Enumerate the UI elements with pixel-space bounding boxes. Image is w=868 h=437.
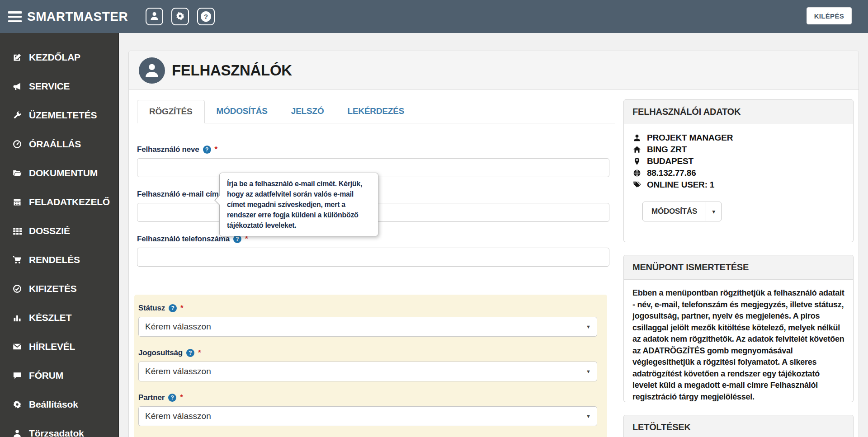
gauge-icon <box>12 139 22 149</box>
top-header: SMARTMASTER ? KILÉPÉS <box>0 0 868 33</box>
online-users-text: ONLINE USER: 1 <box>647 180 714 190</box>
users-avatar-icon <box>139 57 165 84</box>
caret-down-icon[interactable]: ▾ <box>706 202 721 221</box>
sidebar: KEZDŐLAP SERVICE ÜZEMELTETÉS ÓRAÁLLÁS DO… <box>0 33 119 437</box>
wrench-icon <box>12 110 22 120</box>
highlighted-select-section: Státusz ? * Kérem válasszon ▼ Jogosultsá… <box>134 295 607 437</box>
user-data-row: PROJEKT MANAGER <box>632 132 844 144</box>
permission-help-icon[interactable]: ? <box>186 349 194 357</box>
user-icon <box>150 11 159 22</box>
status-select[interactable]: Kérem válasszon ▼ <box>138 317 597 337</box>
app-brand: SMARTMASTER <box>27 0 128 33</box>
user-icon <box>632 134 641 142</box>
right-column: FELHASZNÁLÓI ADATOK PROJEKT MANAGER BING… <box>623 99 854 437</box>
downloads-panel: LETÖLTÉSEK <box>623 415 854 437</box>
help-button[interactable]: ? <box>197 8 215 25</box>
sidebar-item-torzsadatok[interactable]: Törzsadatok <box>0 419 118 437</box>
partner-help-icon[interactable]: ? <box>168 394 176 402</box>
sidebar-item-beallitasok[interactable]: Beállítások <box>0 390 118 419</box>
profile-button[interactable] <box>146 8 163 25</box>
bar-chart-icon <box>12 313 22 323</box>
grid-icon <box>12 226 22 236</box>
modify-button-label[interactable]: MÓDOSÍTÁS <box>643 202 706 221</box>
calendar-icon <box>12 197 22 207</box>
status-label: Státusz ? * <box>138 304 598 313</box>
status-field-group: Státusz ? * Kérem válasszon ▼ <box>138 304 598 337</box>
modify-split-button[interactable]: MÓDOSÍTÁS ▾ <box>642 202 722 221</box>
user-data-panel: FELHASZNÁLÓI ADATOK PROJEKT MANAGER BING… <box>623 99 854 242</box>
required-asterisk: * <box>198 348 201 357</box>
settings-button[interactable] <box>171 8 189 25</box>
map-pin-icon <box>632 157 641 166</box>
downloads-panel-title: LETÖLTÉSEK <box>624 415 853 437</box>
ip-address-text: 88.132.77.86 <box>647 168 696 178</box>
sidebar-item-dokumentum[interactable]: DOKUMENTUM <box>0 159 118 188</box>
user-role-text: PROJEKT MANAGER <box>647 133 733 143</box>
page-title: FELHASZNÁLÓK <box>172 62 292 79</box>
logout-button[interactable]: KILÉPÉS <box>807 7 852 24</box>
tags-icon <box>632 181 641 189</box>
sidebar-item-kifizetes[interactable]: KIFIZETÉS <box>0 274 118 303</box>
permission-label: Jogosultság ? * <box>138 348 598 357</box>
sidebar-item-dosszie[interactable]: DOSSZIÉ <box>0 216 118 245</box>
city-text: BUDAPEST <box>647 156 693 166</box>
gear-icon <box>175 11 185 22</box>
status-label-text: Státusz <box>138 304 165 313</box>
menu-info-text: Ebben a menüpontban rögzíthetjük a felha… <box>632 287 844 402</box>
sidebar-item-feladatkezelo[interactable]: FELADATKEZELŐ <box>0 188 118 216</box>
chevron-down-icon: ▼ <box>586 324 591 329</box>
sidebar-item-uzemeltetes[interactable]: ÜZEMELTETÉS <box>0 101 118 130</box>
topbar-actions: ? <box>146 8 215 25</box>
status-help-icon[interactable]: ? <box>169 304 177 312</box>
partner-label: Partner ? * <box>138 393 598 402</box>
folder-open-icon <box>12 168 22 178</box>
user-data-row: ONLINE USER: 1 <box>632 179 844 191</box>
required-asterisk: * <box>180 393 183 402</box>
pencil-square-icon <box>12 52 22 62</box>
phone-input[interactable] <box>137 248 609 267</box>
user-data-panel-title: FELHASZNÁLÓI ADATOK <box>624 100 853 124</box>
status-select-value: Kérem válasszon <box>145 322 211 332</box>
tab-modositas[interactable]: MÓDOSÍTÁS <box>205 100 279 123</box>
sidebar-item-oraallas[interactable]: ÓRAÁLLÁS <box>0 130 118 159</box>
partner-select[interactable]: Kérem válasszon ▼ <box>138 406 597 426</box>
menu-toggle-icon[interactable] <box>8 11 22 22</box>
sidebar-item-kezdolap[interactable]: KEZDŐLAP <box>0 43 118 72</box>
cart-icon <box>12 255 22 265</box>
user-icon <box>12 428 22 437</box>
username-label: Felhasználó neve ? * <box>137 145 615 154</box>
email-label-text: Felhasználó e-mail címe <box>137 190 223 199</box>
main-content: FELHASZNÁLÓK RÖGZÍTÉS MÓDOSÍTÁS JELSZÓ L… <box>119 33 868 437</box>
permission-select[interactable]: Kérem válasszon ▼ <box>138 362 597 381</box>
menu-info-panel: MENÜPONT ISMERTETÉSE Ebben a menüpontban… <box>623 255 854 402</box>
chevron-down-icon: ▼ <box>586 369 591 374</box>
sidebar-item-rendeles[interactable]: RENDELÉS <box>0 245 118 274</box>
permission-select-value: Kérem válasszon <box>145 367 211 376</box>
check-circle-icon <box>12 284 22 294</box>
envelope-icon <box>12 342 22 352</box>
phone-field-group: Felhasználó telefonszáma ? * <box>137 235 615 267</box>
partner-field-group: Partner ? * Kérem válasszon ▼ <box>138 393 598 426</box>
username-help-icon[interactable]: ? <box>203 146 211 154</box>
comment-icon <box>12 371 22 381</box>
tab-rogzites[interactable]: RÖGZÍTÉS <box>137 100 205 123</box>
partner-label-text: Partner <box>138 393 165 402</box>
user-data-row: BUDAPEST <box>632 155 844 167</box>
phone-label-text: Felhasználó telefonszáma <box>137 235 230 244</box>
user-data-row: BING ZRT <box>632 144 844 155</box>
sidebar-item-service[interactable]: SERVICE <box>0 72 118 101</box>
tab-lekerdezes[interactable]: LEKÉRDEZÉS <box>336 100 416 123</box>
sidebar-item-keszlet[interactable]: KÉSZLET <box>0 303 118 332</box>
tab-jelszo[interactable]: JELSZÓ <box>279 100 336 123</box>
tab-bar: RÖGZÍTÉS MÓDOSÍTÁS JELSZÓ LEKÉRDEZÉS <box>137 100 615 123</box>
chevron-down-icon: ▼ <box>586 414 591 419</box>
sidebar-item-forum[interactable]: FÓRUM <box>0 361 118 390</box>
required-asterisk: * <box>180 304 183 313</box>
menu-info-panel-title: MENÜPONT ISMERTETÉSE <box>624 255 853 280</box>
company-text: BING ZRT <box>647 145 687 155</box>
sidebar-item-hirlevel[interactable]: HÍRLEVÉL <box>0 332 118 361</box>
megaphone-icon <box>12 81 22 91</box>
users-portlet: FELHASZNÁLÓK RÖGZÍTÉS MÓDOSÍTÁS JELSZÓ L… <box>128 51 859 437</box>
email-help-tooltip-text: Írja be a felhasználó e-mail címét. Kérj… <box>227 180 362 229</box>
email-help-tooltip: Írja be a felhasználó e-mail címét. Kérj… <box>219 173 378 236</box>
